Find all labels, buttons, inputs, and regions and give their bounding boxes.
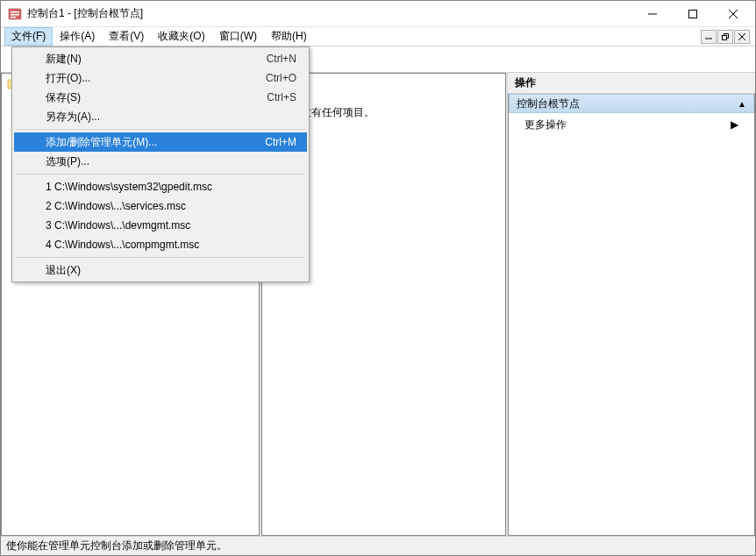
menu-item-save[interactable]: 保存(S)Ctrl+S	[14, 88, 307, 107]
menu-file-label: 文件(F)	[11, 30, 46, 42]
actions-more-actions[interactable]: 更多操作 ▶	[509, 113, 754, 136]
menu-item-recent-1[interactable]: 1 C:\Windows\system32\gpedit.msc	[14, 177, 307, 196]
menu-action[interactable]: 操作(A)	[53, 27, 102, 46]
menu-label: 退出(X)	[46, 263, 296, 278]
menu-label: 1 C:\Windows\system32\gpedit.msc	[46, 181, 296, 193]
menu-item-options[interactable]: 选项(P)...	[14, 152, 307, 171]
menubar: 文件(F) 操作(A) 查看(V) 收藏夹(O) 窗口(W) 帮助(H) 新建(…	[1, 27, 755, 46]
menu-label: 选项(P)...	[46, 154, 296, 169]
close-button[interactable]	[713, 1, 753, 27]
menu-separator	[16, 174, 305, 175]
app-icon	[8, 7, 22, 21]
menu-label: 添加/删除管理单元(M)...	[46, 135, 265, 150]
menu-label: 3 C:\Windows\...\devmgmt.msc	[46, 219, 296, 232]
menu-label: 2 C:\Windows\...\services.msc	[46, 200, 296, 212]
menu-item-recent-3[interactable]: 3 C:\Windows\...\devmgmt.msc	[14, 216, 307, 235]
menu-label: 另存为(A)...	[46, 110, 296, 125]
menu-window-label: 窗口(W)	[219, 30, 257, 42]
minimize-button[interactable]	[632, 1, 673, 27]
svg-rect-1	[11, 11, 19, 13]
window-title: 控制台1 - [控制台根节点]	[27, 6, 632, 21]
menu-shortcut: Ctrl+S	[267, 91, 296, 103]
mdi-restore-button[interactable]	[717, 30, 733, 44]
menu-item-save-as[interactable]: 另存为(A)...	[14, 107, 307, 126]
menu-label: 新建(N)	[46, 52, 267, 67]
menu-help[interactable]: 帮助(H)	[264, 27, 314, 46]
actions-pane-header: 操作	[508, 73, 755, 94]
menu-shortcut: Ctrl+M	[265, 136, 296, 148]
svg-rect-2	[11, 14, 19, 16]
titlebar: 控制台1 - [控制台根节点]	[1, 1, 755, 27]
menu-window[interactable]: 窗口(W)	[212, 27, 264, 46]
statusbar-text: 使你能在管理单元控制台添加或删除管理单元。	[6, 538, 227, 553]
mdi-close-button[interactable]	[734, 30, 750, 44]
menu-item-open[interactable]: 打开(O)...Ctrl+O	[14, 68, 307, 88]
menu-separator	[16, 129, 305, 130]
menu-separator	[16, 257, 305, 258]
menu-item-add-remove-snapin[interactable]: 添加/删除管理单元(M)...Ctrl+M	[14, 132, 307, 152]
actions-section-title: 控制台根节点	[517, 96, 580, 111]
statusbar: 使你能在管理单元控制台添加或删除管理单元。	[1, 536, 755, 555]
actions-pane: 操作 控制台根节点 ▲ 更多操作 ▶	[508, 73, 755, 536]
menu-item-new[interactable]: 新建(N)Ctrl+N	[14, 49, 307, 68]
menu-shortcut: Ctrl+N	[267, 53, 296, 65]
menu-view[interactable]: 查看(V)	[102, 27, 151, 46]
mdi-controls	[701, 30, 752, 44]
submenu-arrow-icon: ▶	[731, 118, 738, 131]
actions-section-header[interactable]: 控制台根节点 ▲	[509, 94, 754, 113]
svg-rect-3	[11, 17, 16, 18]
menu-item-exit[interactable]: 退出(X)	[14, 260, 307, 280]
menu-help-label: 帮助(H)	[271, 30, 307, 42]
mdi-minimize-button[interactable]	[701, 30, 717, 44]
menu-view-label: 查看(V)	[109, 30, 144, 42]
menu-file[interactable]: 文件(F)	[4, 27, 53, 46]
window-controls	[632, 1, 753, 27]
menu-shortcut: Ctrl+O	[266, 72, 296, 84]
menu-favorites[interactable]: 收藏夹(O)	[151, 27, 211, 46]
menu-action-label: 操作(A)	[60, 30, 95, 42]
menu-item-recent-4[interactable]: 4 C:\Windows\...\compmgmt.msc	[14, 235, 307, 254]
collapse-arrow-icon: ▲	[738, 99, 746, 109]
menu-label: 打开(O)...	[46, 71, 266, 86]
menu-label: 保存(S)	[46, 90, 267, 105]
menu-favorites-label: 收藏夹(O)	[158, 30, 204, 42]
menu-label: 4 C:\Windows\...\compmgmt.msc	[46, 239, 296, 251]
actions-more-label: 更多操作	[524, 118, 567, 132]
svg-rect-9	[723, 35, 727, 39]
maximize-button[interactable]	[673, 1, 713, 27]
menu-item-recent-2[interactable]: 2 C:\Windows\...\services.msc	[14, 196, 307, 216]
svg-rect-5	[689, 10, 697, 18]
file-menu-dropdown: 新建(N)Ctrl+N 打开(O)...Ctrl+O 保存(S)Ctrl+S 另…	[11, 46, 310, 282]
